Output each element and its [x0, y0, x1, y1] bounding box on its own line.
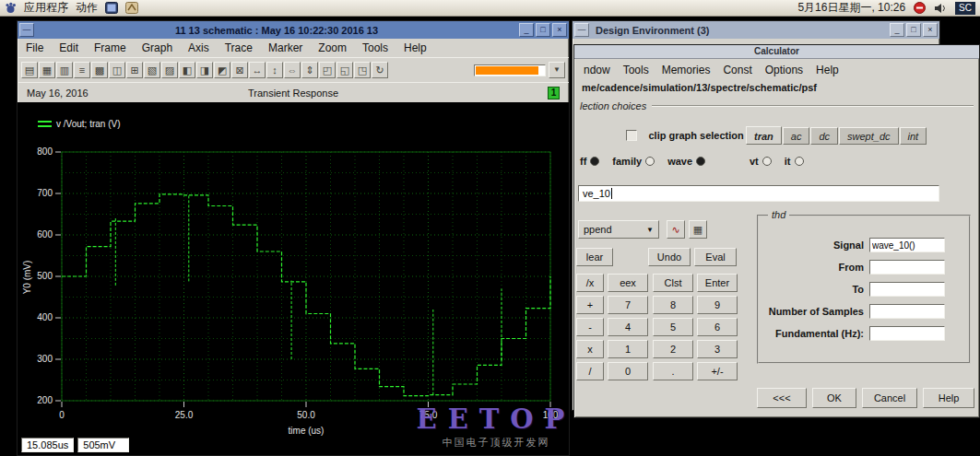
calc-menu-tools[interactable]: Tools — [623, 64, 649, 76]
terminal-launcher-icon[interactable] — [105, 2, 118, 14]
design-environment-titlebar[interactable]: — Design Environment (3) _□× — [573, 21, 939, 39]
calc-menu-help[interactable]: Help — [816, 64, 839, 76]
plot-window-icon[interactable]: ▦ — [39, 62, 55, 78]
key-2[interactable]: 2 — [653, 340, 693, 358]
thd-number-of-samples-input[interactable] — [869, 304, 945, 319]
calc-menu-options[interactable]: Options — [765, 64, 803, 76]
btn-button[interactable]: <<< — [757, 388, 807, 408]
list-icon[interactable]: ≡ — [74, 62, 90, 78]
log-axis-icon[interactable]: ▨ — [161, 62, 178, 78]
key-btn[interactable]: . — [653, 362, 693, 380]
key-4[interactable]: 4 — [608, 318, 648, 336]
probe-it-radio[interactable] — [795, 157, 804, 166]
key-3[interactable]: 3 — [697, 340, 738, 358]
menu-graph[interactable]: Graph — [142, 41, 172, 54]
add-window-icon[interactable]: ⊞ — [126, 62, 143, 78]
menu-trace[interactable]: Trace — [225, 41, 253, 54]
key-5[interactable]: 5 — [653, 318, 693, 336]
eval-button[interactable]: Eval — [694, 248, 737, 266]
refresh-icon[interactable]: ↻ — [372, 62, 388, 78]
tab-ac[interactable]: ac — [783, 127, 810, 145]
plot-canvas[interactable]: v /Vout; tran (V) 8007006005004003002000… — [18, 102, 569, 455]
ok-button[interactable]: OK — [812, 388, 856, 408]
gnome-menu-icon[interactable] — [5, 2, 17, 14]
volume-icon[interactable] — [934, 3, 947, 14]
key-7[interactable]: 7 — [608, 296, 648, 314]
key-btn[interactable]: - — [576, 318, 604, 336]
zoom-x-icon[interactable]: ⇔ — [284, 62, 301, 78]
plot-waveform-icon[interactable]: ∿ — [667, 220, 685, 239]
swap-y-icon[interactable]: ↕ — [266, 62, 283, 78]
tab-dc[interactable]: dc — [810, 127, 838, 145]
undo-button[interactable]: Undo — [648, 248, 691, 266]
probe-vt-radio[interactable] — [762, 157, 772, 166]
no-entry-icon[interactable] — [914, 2, 926, 14]
window-menu-button[interactable]: — — [574, 23, 589, 37]
key-enter[interactable]: Enter — [697, 274, 738, 292]
minimize-button[interactable]: _ — [890, 23, 904, 37]
calc-menu-ndow[interactable]: ndow — [584, 64, 610, 76]
calc-menu-const[interactable]: Const — [723, 64, 751, 76]
append-dropdown[interactable]: ppend ▼ — [578, 220, 659, 239]
calculator-buffer-input[interactable]: ve_10 — [578, 185, 939, 202]
thd-to-input[interactable] — [869, 282, 945, 297]
thd-fundamental-hz-input[interactable] — [869, 326, 945, 341]
mode-wave-radio[interactable] — [696, 157, 705, 166]
left-axis-icon[interactable]: ◧ — [179, 62, 195, 78]
tab-swept-dc[interactable]: swept_dc — [839, 127, 898, 145]
swap-x-icon[interactable]: ↔ — [249, 62, 266, 78]
menu-edit[interactable]: Edit — [59, 41, 78, 54]
cancel-button[interactable]: Cancel — [862, 388, 917, 408]
menu-axis[interactable]: Axis — [188, 41, 209, 54]
pan-icon[interactable]: ◱ — [337, 62, 353, 78]
key-eex[interactable]: eex — [608, 274, 648, 292]
maximize-button[interactable]: □ — [906, 23, 921, 37]
actions-menu[interactable]: 动作 — [76, 0, 98, 16]
trace-legend[interactable]: v /Vout; tran (V) — [38, 119, 120, 129]
printer-icon[interactable]: ▤ — [21, 62, 38, 78]
corner-axis-icon[interactable]: ◩ — [214, 62, 230, 78]
menu-file[interactable]: File — [26, 41, 43, 54]
calc-menu-memories[interactable]: Memories — [662, 64, 711, 76]
mode-family-radio[interactable] — [645, 157, 655, 166]
input-method-badge[interactable]: SC — [955, 2, 975, 15]
maximize-button[interactable]: □ — [536, 23, 550, 37]
menu-zoom[interactable]: Zoom — [318, 41, 347, 54]
tab-tran[interactable]: tran — [746, 126, 782, 145]
strip-chart-icon[interactable]: ▩ — [91, 62, 108, 78]
tab-int[interactable]: int — [900, 127, 927, 145]
zoom-corner-icon[interactable]: ◰ — [319, 62, 336, 78]
key-btn[interactable]: + — [576, 296, 604, 314]
key-btn[interactable]: +/- — [697, 362, 738, 380]
key-x[interactable]: x — [576, 340, 604, 358]
window-menu-button[interactable]: — — [19, 23, 34, 37]
close-button[interactable]: × — [552, 23, 567, 37]
key-1[interactable]: 1 — [608, 340, 648, 358]
calculator-titlebar[interactable]: Calculator — [574, 45, 979, 59]
key-6[interactable]: 6 — [697, 318, 738, 336]
progress-dropdown-arrow[interactable]: ▼ — [549, 62, 565, 78]
tool-launcher-icon[interactable] — [125, 2, 138, 14]
composite-icon[interactable]: ◫ — [109, 62, 125, 78]
menu-marker[interactable]: Marker — [268, 41, 302, 54]
zoom-y-icon[interactable]: ⇕ — [301, 62, 318, 78]
graph-mode-icon[interactable]: ▥ — [56, 62, 73, 78]
print-table-icon[interactable]: ▦ — [689, 220, 707, 239]
close-button[interactable]: × — [923, 23, 938, 37]
lear-button[interactable]: lear — [576, 248, 613, 266]
clip-graph-selection-checkbox[interactable] — [626, 130, 637, 141]
mode-ff-radio[interactable] — [590, 157, 599, 166]
key-8[interactable]: 8 — [653, 296, 693, 314]
key-clst[interactable]: Clst — [653, 274, 693, 292]
key-btn[interactable]: / — [576, 362, 604, 380]
smith-chart-icon[interactable]: ▧ — [144, 62, 160, 78]
menu-help[interactable]: Help — [404, 41, 427, 54]
menu-tools[interactable]: Tools — [362, 41, 388, 54]
fit-icon[interactable]: ◳ — [354, 62, 371, 78]
minimize-button[interactable]: _ — [519, 23, 534, 37]
menu-frame[interactable]: Frame — [94, 41, 126, 54]
applications-menu[interactable]: 应用程序 — [24, 0, 68, 16]
key-x[interactable]: /x — [576, 274, 604, 292]
delete-icon[interactable]: ⊠ — [231, 62, 248, 78]
key-9[interactable]: 9 — [697, 296, 738, 314]
